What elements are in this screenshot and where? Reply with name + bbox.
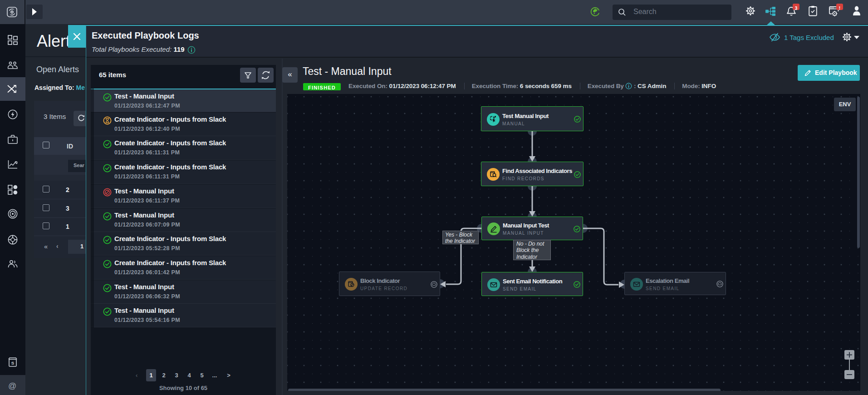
svg-text:S: S — [11, 360, 14, 365]
